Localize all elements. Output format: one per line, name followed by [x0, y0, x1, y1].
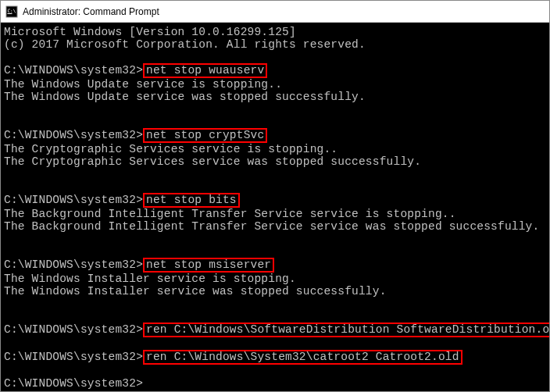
- prompt: C:\WINDOWS\system32>: [4, 258, 143, 271]
- prompt: C:\WINDOWS\system32>: [4, 194, 143, 206]
- output-line: The Windows Update service is stopping..: [4, 78, 282, 91]
- prompt: C:\WINDOWS\system32>: [4, 129, 143, 141]
- output-line: The Windows Installer service was stoppe…: [4, 285, 387, 298]
- svg-text:C:\: C:\: [8, 8, 16, 13]
- svg-rect-2: [8, 13, 12, 14]
- prompt: C:\WINDOWS\system32>: [4, 351, 143, 363]
- output-line: The Cryptographic Services service is st…: [4, 143, 338, 155]
- output-line: The Windows Installer service is stoppin…: [4, 273, 296, 285]
- command-highlight: net stop bits: [143, 193, 240, 208]
- command-highlight: net stop cryptSvc: [143, 128, 267, 143]
- prompt: C:\WINDOWS\system32>: [4, 323, 143, 336]
- command-text: ren C:\Windows\System32\catroot2 Catroot…: [146, 351, 459, 363]
- command-highlight: net stop wuauserv: [143, 63, 267, 78]
- header-line: (c) 2017 Microsoft Corporation. All righ…: [4, 38, 366, 51]
- header-line: Microsoft Windows [Version 10.0.16299.12…: [4, 26, 296, 38]
- command-highlight: net stop msiserver: [143, 258, 274, 273]
- window-title: Administrator: Command Prompt: [23, 6, 159, 17]
- prompt: C:\WINDOWS\system32>: [4, 64, 143, 77]
- output-line: The Cryptographic Services service was s…: [4, 155, 421, 168]
- terminal-output[interactable]: Microsoft Windows [Version 10.0.16299.12…: [1, 23, 549, 391]
- command-text: net stop msiserver: [146, 258, 271, 271]
- command-text: net stop wuauserv: [146, 64, 264, 77]
- command-text: net stop bits: [146, 194, 237, 206]
- command-highlight: ren C:\Windows\SoftwareDistribution Soft…: [143, 323, 549, 337]
- prompt: C:\WINDOWS\system32>: [4, 377, 143, 390]
- command-highlight: ren C:\Windows\System32\catroot2 Catroot…: [143, 350, 462, 365]
- output-line: The Background Intelligent Transfer Serv…: [4, 208, 456, 220]
- command-text: net stop cryptSvc: [146, 129, 264, 141]
- cmd-icon: C:\: [5, 5, 18, 18]
- command-text: ren C:\Windows\SoftwareDistribution Soft…: [146, 323, 549, 336]
- output-line: The Background Intelligent Transfer Serv…: [4, 220, 539, 233]
- output-line: The Windows Update service was stopped s…: [4, 91, 366, 103]
- window-titlebar[interactable]: C:\ Administrator: Command Prompt: [1, 1, 549, 23]
